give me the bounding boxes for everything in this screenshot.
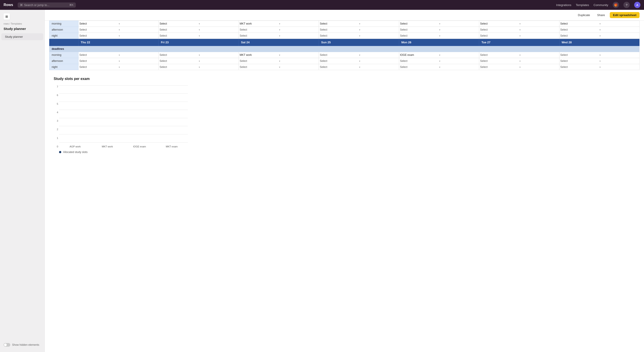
x-labels: AGP work MKT work IOGE exam MKT exam bbox=[59, 143, 188, 148]
topnav: Rows ⌘ Search or jump to... ⌘K Integrati… bbox=[0, 0, 644, 10]
select-cell[interactable]: Select▾ bbox=[238, 33, 319, 39]
toolbar: Duplicate Share Edit spreadsheet bbox=[45, 10, 644, 20]
select-cell[interactable]: Select▾ bbox=[479, 58, 559, 64]
select-cell[interactable]: Select▾ bbox=[479, 64, 559, 70]
table-row: afternoon Select▾ Select▾ Select▾ Select… bbox=[50, 27, 640, 33]
chart-section: Study slots per exam 0 1 2 3 4 5 6 7 bbox=[49, 70, 640, 158]
x-label-agp: AGP work bbox=[61, 143, 89, 148]
select-cell[interactable]: Select▾ bbox=[559, 64, 639, 70]
duplicate-button[interactable]: Duplicate bbox=[576, 12, 592, 18]
gift-icon-button[interactable]: 🎁 bbox=[613, 2, 619, 8]
select-cell[interactable]: Select▾ bbox=[78, 64, 158, 70]
edit-spreadsheet-button[interactable]: Edit spreadsheet bbox=[610, 12, 640, 18]
chart-title: Study slots per exam bbox=[54, 77, 635, 81]
select-cell[interactable]: Select▾ bbox=[319, 33, 399, 39]
select-cell-mkt-work[interactable]: MKT work▾ bbox=[238, 21, 319, 27]
col-header-wed28: Wed 28 bbox=[559, 39, 639, 46]
select-cell[interactable]: Select▾ bbox=[238, 64, 319, 70]
chart-container: 0 1 2 3 4 5 6 7 bbox=[54, 85, 188, 154]
select-cell[interactable]: Select▾ bbox=[399, 33, 479, 39]
select-cell[interactable]: Select▾ bbox=[78, 58, 158, 64]
select-cell[interactable]: Select▾ bbox=[479, 52, 559, 58]
table-row: morning Select▾ Select▾ MKT work▾ Select… bbox=[50, 52, 640, 58]
brand-logo: Rows bbox=[4, 3, 13, 7]
select-cell[interactable]: Select▾ bbox=[158, 27, 238, 33]
select-cell[interactable]: Select▾ bbox=[158, 33, 238, 39]
search-shortcut: ⌘K bbox=[69, 3, 73, 6]
select-cell[interactable]: Select▾ bbox=[479, 33, 559, 39]
x-label-mkt: MKT work bbox=[94, 143, 121, 148]
templates-link[interactable]: Templates bbox=[576, 3, 589, 7]
select-cell[interactable]: Select▾ bbox=[238, 58, 319, 64]
sidebar-bottom: Show hidden elements bbox=[0, 340, 44, 349]
x-label-mktexam: MKT exam bbox=[158, 143, 186, 148]
table-row: night Select▾ Select▾ Select▾ Select▾ Se… bbox=[50, 64, 640, 70]
select-cell[interactable]: Select▾ bbox=[479, 27, 559, 33]
help-icon-button[interactable]: ? bbox=[624, 2, 630, 8]
integrations-link[interactable]: Integrations bbox=[556, 3, 571, 7]
select-cell[interactable]: Select▾ bbox=[559, 33, 639, 39]
row-label-night-deadlines: night bbox=[50, 64, 78, 70]
show-hidden-toggle[interactable] bbox=[4, 343, 10, 347]
chart-legend: Allocated study slots bbox=[54, 151, 188, 154]
row-label-morning-deadlines: morning bbox=[50, 52, 78, 58]
bars-area: AGP work MKT work IOGE exam MKT exam bbox=[59, 85, 188, 148]
y-axis: 0 1 2 3 4 5 6 7 bbox=[54, 85, 59, 148]
search-placeholder: Search or jump to... bbox=[24, 3, 50, 7]
select-cell[interactable]: Select▾ bbox=[559, 27, 639, 33]
toggle-label: Show hidden elements bbox=[12, 343, 39, 347]
select-cell[interactable]: Select▾ bbox=[158, 21, 238, 27]
deadlines-section-header: deadlines bbox=[50, 46, 640, 52]
avatar[interactable]: A bbox=[634, 2, 640, 8]
select-cell[interactable]: Select▾ bbox=[78, 52, 158, 58]
select-cell[interactable]: Select▾ bbox=[479, 21, 559, 27]
select-cell[interactable]: Select▾ bbox=[319, 27, 399, 33]
select-cell[interactable]: Select▾ bbox=[399, 64, 479, 70]
community-link[interactable]: Community bbox=[594, 3, 608, 7]
sidebar-item-label: Study planner bbox=[5, 35, 23, 38]
search-icon: ⌘ bbox=[20, 3, 23, 7]
section-header-row: deadlines bbox=[50, 46, 640, 52]
col-header-tue27: Tue 27 bbox=[479, 39, 559, 46]
select-cell[interactable]: Select▾ bbox=[78, 27, 158, 33]
row-label-afternoon-top: afternoon bbox=[50, 27, 78, 33]
select-cell[interactable]: Select▾ bbox=[158, 52, 238, 58]
select-cell[interactable]: Select▾ bbox=[319, 58, 399, 64]
select-cell[interactable]: Select▾ bbox=[399, 21, 479, 27]
share-button[interactable]: Share bbox=[595, 12, 607, 18]
row-label-afternoon-deadlines: afternoon bbox=[50, 58, 78, 64]
select-cell[interactable]: Select▾ bbox=[78, 33, 158, 39]
row-label-night-top: night bbox=[50, 33, 78, 39]
legend-label: Allocated study slots bbox=[63, 151, 88, 154]
select-cell[interactable]: Select▾ bbox=[158, 58, 238, 64]
sidebar-item-study-planner[interactable]: Study planner bbox=[1, 33, 43, 40]
legend-dot bbox=[59, 151, 61, 153]
select-cell[interactable]: Select▾ bbox=[559, 21, 639, 27]
row-label-morning-top: morning bbox=[50, 21, 78, 27]
bars-row bbox=[59, 85, 188, 143]
select-cell-mkt-work-2[interactable]: MKT work▾ bbox=[238, 52, 319, 58]
select-cell[interactable]: Select▾ bbox=[559, 58, 639, 64]
col-header-mon26: Mon 26 bbox=[399, 39, 479, 46]
select-cell[interactable]: Select▾ bbox=[319, 52, 399, 58]
toggle-knob bbox=[4, 344, 7, 346]
planner-table: morning Select▾ Select▾ MKT work▾ Select… bbox=[49, 20, 640, 70]
sidebar: ⊞ rows / Templates Study planner Study p… bbox=[0, 10, 45, 352]
week-header-row: Thu 22 Fri 23 Sat 24 Sun 25 Mon 26 Tue 2… bbox=[50, 39, 640, 46]
select-cell[interactable]: Select▾ bbox=[399, 58, 479, 64]
x-label-ioge: IOGE exam bbox=[126, 143, 154, 148]
select-cell[interactable]: Select▾ bbox=[559, 52, 639, 58]
table-icon: ⊞ bbox=[4, 13, 10, 20]
search-bar[interactable]: ⌘ Search or jump to... ⌘K bbox=[18, 2, 76, 7]
select-cell[interactable]: Select▾ bbox=[319, 64, 399, 70]
select-cell[interactable]: Select▾ bbox=[238, 27, 319, 33]
select-cell[interactable]: Select▾ bbox=[319, 21, 399, 27]
table-row: night Select▾ Select▾ Select▾ Select▾ Se… bbox=[50, 33, 640, 39]
select-cell[interactable]: Select▾ bbox=[78, 21, 158, 27]
select-cell-ioge-exam[interactable]: IOGE exam▾ bbox=[399, 52, 479, 58]
select-cell[interactable]: Select▾ bbox=[399, 27, 479, 33]
spreadsheet-area: morning Select▾ Select▾ MKT work▾ Select… bbox=[45, 20, 644, 158]
select-cell[interactable]: Select▾ bbox=[158, 64, 238, 70]
table-row: afternoon Select▾ Select▾ Select▾ Select… bbox=[50, 58, 640, 64]
col-header-fri23: Fri 23 bbox=[158, 39, 238, 46]
